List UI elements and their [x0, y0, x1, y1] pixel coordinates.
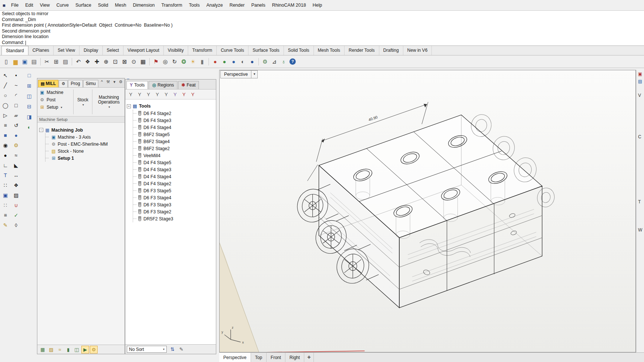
cam-settings-gear-icon[interactable]: ⚙	[118, 79, 124, 85]
toolbar-tab-cplanes[interactable]: CPlanes	[28, 46, 54, 55]
export-tools-icon[interactable]: Y	[171, 91, 179, 98]
setup-button[interactable]: ⊞ Setup ▾	[38, 104, 71, 111]
command-area[interactable]: Select objects to mirrorCommand: _DimFir…	[0, 10, 644, 46]
rc-tree-item[interactable]: ▣Machine - 3 Axis	[45, 133, 123, 141]
command-prompt-row[interactable]: Command:	[2, 40, 642, 46]
ellipse-icon[interactable]: ◯	[1, 101, 10, 110]
perspective-viewport[interactable]: zyx	[219, 70, 636, 352]
render-sphere-blue-icon[interactable]: ●	[229, 57, 238, 66]
view-tab-front[interactable]: Front	[267, 353, 285, 362]
tool-item[interactable]: D6 F4 Stage3	[133, 117, 214, 124]
browser-tab-regions[interactable]: ◎Regions	[149, 81, 177, 89]
point-light-icon[interactable]: ☀	[189, 57, 197, 66]
wrench-icon[interactable]: ⚒	[105, 79, 111, 85]
box-solid-icon[interactable]: ■	[1, 131, 10, 140]
tool-item[interactable]: D4 F4 Stage3	[133, 166, 214, 173]
sphere-solid-icon[interactable]: ●	[11, 131, 21, 140]
new-document-icon[interactable]: ▯	[2, 57, 11, 66]
hatch-icon[interactable]: ▨	[11, 191, 21, 200]
viewport-canvas[interactable]: zyx	[220, 70, 635, 352]
toolbar-tab-transform[interactable]: Transform	[188, 46, 217, 55]
toolbar-tab-drafting[interactable]: Drafting	[379, 46, 403, 55]
polar-array-icon[interactable]: ❖	[11, 181, 21, 190]
menu-view[interactable]: View	[37, 1, 53, 10]
tool-item[interactable]: D6 F4 Stage4	[133, 124, 214, 131]
viewport-split-horizontal-icon[interactable]: ◫	[24, 92, 34, 101]
viewport-layout-icon[interactable]: ▦	[139, 57, 148, 66]
earth-icon[interactable]: ♁	[279, 57, 288, 66]
block-icon[interactable]: ▣	[1, 191, 10, 200]
render-sphere-green-icon[interactable]: ●	[220, 57, 229, 66]
dropdown-arrow-icon[interactable]: ▾	[111, 79, 118, 85]
post-button[interactable]: ⚙ Post	[38, 97, 71, 103]
fillet-icon[interactable]: ∟	[1, 161, 10, 170]
menu-file[interactable]: File	[8, 1, 22, 10]
viewport-maximize-icon[interactable]: □	[24, 71, 34, 80]
copy-icon[interactable]: ⊞	[52, 57, 61, 66]
create-tool-icon[interactable]: Y	[136, 91, 143, 98]
filter-tools-icon[interactable]: Y	[127, 91, 135, 98]
viewport-pan-plus-icon[interactable]: ✚	[304, 353, 314, 362]
sort-direction-icon[interactable]: ⇅	[169, 345, 176, 353]
menu-panels[interactable]: Panels	[248, 1, 269, 10]
viewport-four-view-icon[interactable]: ⊞	[24, 81, 34, 90]
tool-item[interactable]: D6 F4 Stage2	[133, 110, 214, 117]
help-icon[interactable]: ?	[289, 58, 296, 65]
tab-simulate[interactable]: Simu	[83, 80, 98, 87]
boolean-union-icon[interactable]: ◉	[1, 141, 10, 150]
tab-program[interactable]: Prog	[68, 80, 82, 87]
environment-sphere-icon[interactable]: ●	[248, 57, 257, 66]
object-snap-icon[interactable]: ◎	[161, 57, 170, 66]
tool-item[interactable]: DR5F2 Stage3	[133, 215, 214, 222]
toolbar-tab-select[interactable]: Select	[103, 46, 123, 55]
tool-item[interactable]: B6F2 Stage2	[133, 145, 214, 152]
cut-icon[interactable]: ✂	[43, 57, 51, 66]
toolbar-tab-mesh-tools[interactable]: Mesh Tools	[314, 46, 345, 55]
toolbar-tab-solid-tools[interactable]: Solid Tools	[284, 46, 314, 55]
viewport-float-icon[interactable]: ◨	[24, 112, 34, 121]
simulate-play-icon[interactable]: ▶	[81, 346, 89, 353]
pan-view-icon[interactable]: ❖	[83, 57, 92, 66]
magnet-snap-icon[interactable]: ∪	[11, 201, 21, 210]
tab-gcode[interactable]: ⚙	[59, 80, 68, 87]
flow-curve-icon[interactable]: ≈	[11, 151, 21, 160]
delete-tool-icon[interactable]: Y	[189, 91, 197, 98]
stock-visibility-icon[interactable]: ▨	[47, 346, 55, 353]
machining-job-root[interactable]: − ▦ Machining Job	[39, 126, 123, 133]
save-icon[interactable]: ▣	[20, 57, 29, 66]
tool-item[interactable]: D6 F3 Stage4	[133, 194, 214, 201]
toolbar-tab-standard[interactable]: Standard	[1, 46, 28, 55]
collapse-caret-icon[interactable]: ^	[99, 79, 105, 85]
tool-animate-icon[interactable]: ▮	[64, 346, 72, 353]
select-arrow-icon[interactable]: ↖	[1, 71, 10, 80]
cplane-widget-icon[interactable]: ⊿	[270, 57, 279, 66]
menu-surface[interactable]: Surface	[72, 1, 95, 10]
tool-item[interactable]: D6 F3 Stage3	[133, 201, 214, 208]
rc-tree-item[interactable]: ▧Stock - None	[45, 148, 123, 155]
menu-help[interactable]: Help	[309, 1, 326, 10]
zoom-window-icon[interactable]: ⊡	[111, 57, 120, 66]
drop-analysis-icon[interactable]: ●	[1, 151, 10, 160]
render-sphere-red-icon[interactable]: ●	[211, 57, 220, 66]
tool-item[interactable]: VeeMill4	[133, 152, 214, 159]
move-icon[interactable]: ✚	[92, 57, 101, 66]
tool-item[interactable]: D6 F3 Stage5	[133, 187, 214, 194]
menu-rhinocam-2018[interactable]: RhinoCAM 2018	[269, 1, 309, 10]
tool-item[interactable]: B6F2 Stage5	[133, 131, 214, 138]
sketch-icon[interactable]: ✎	[1, 221, 10, 230]
properties-panel-icon[interactable]: ▣	[637, 71, 644, 77]
save-tool-library-icon[interactable]: Y	[153, 91, 161, 98]
zoom-dynamic-icon[interactable]: ⊕	[102, 57, 111, 66]
layers-panel-icon[interactable]: ▤	[637, 78, 644, 85]
tools-collapse-expander-icon[interactable]: −	[127, 104, 131, 108]
menu-curve[interactable]: Curve	[53, 1, 72, 10]
viewport-split-vertical-icon[interactable]: ⊟	[24, 102, 34, 111]
text-tool-icon[interactable]: T	[1, 171, 10, 180]
polyline-icon[interactable]: ╱	[1, 81, 10, 90]
rectangle-icon[interactable]: □	[11, 101, 21, 110]
view-tab-top[interactable]: Top	[251, 353, 267, 362]
tool-item[interactable]: D4 F4 Stage5	[133, 159, 214, 166]
menu-render[interactable]: Render	[226, 1, 248, 10]
chamfer-icon[interactable]: ◣	[11, 161, 21, 170]
rotate-view-icon[interactable]: ↻	[170, 57, 179, 66]
